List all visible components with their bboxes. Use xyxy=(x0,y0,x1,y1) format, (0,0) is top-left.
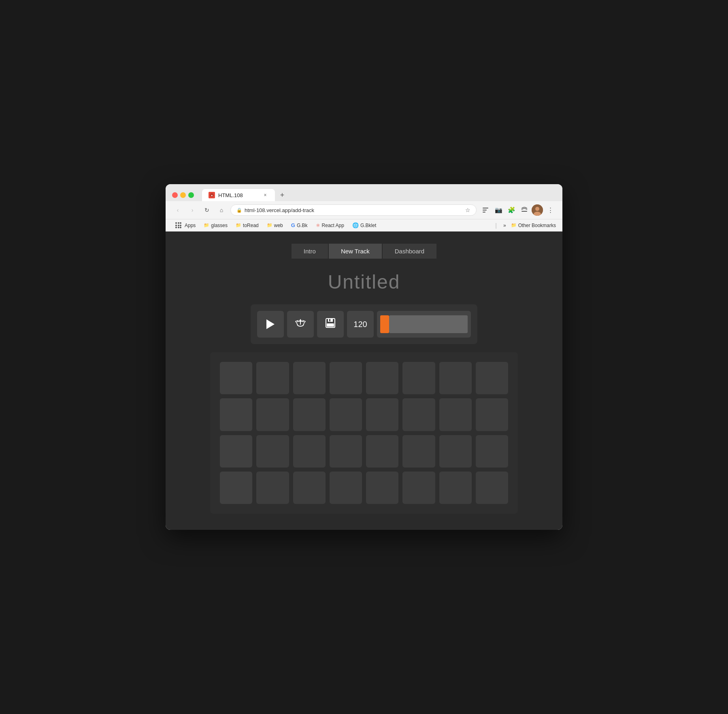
bookmark-web-label: web xyxy=(274,223,283,228)
pad-19[interactable] xyxy=(330,435,362,468)
svg-rect-5 xyxy=(522,211,527,212)
pad-2[interactable] xyxy=(293,362,326,394)
pad-25[interactable] xyxy=(256,472,289,504)
translate-button[interactable] xyxy=(480,204,491,216)
svg-text:●: ● xyxy=(211,194,213,197)
tab-dashboard[interactable]: Dashboard xyxy=(383,244,436,259)
pad-23[interactable] xyxy=(476,435,508,468)
tab-bar: ● HTML.108 × + xyxy=(202,189,556,201)
svg-rect-3 xyxy=(483,210,487,210)
bookmark-toread-label: toRead xyxy=(243,223,259,228)
new-tab-button[interactable]: + xyxy=(277,189,288,201)
pad-10[interactable] xyxy=(293,398,326,431)
bookmark-glasses[interactable]: 📁 glasses xyxy=(200,222,231,229)
bookmark-apps[interactable]: Apps xyxy=(172,221,199,229)
g-icon: G xyxy=(291,222,295,228)
lock-icon: 🔒 xyxy=(236,208,242,213)
react-icon: ⚛ xyxy=(316,223,320,228)
bookmarks-separator: | xyxy=(495,222,497,229)
browser-tab-active[interactable]: ● HTML.108 × xyxy=(202,189,275,201)
url-text: html-108.vercel.app/add-track xyxy=(245,207,314,213)
pad-6[interactable] xyxy=(439,362,472,394)
pad-29[interactable] xyxy=(402,472,435,504)
pad-20[interactable] xyxy=(366,435,398,468)
pad-8[interactable] xyxy=(220,398,252,431)
pad-13[interactable] xyxy=(402,398,435,431)
bookmark-glasses-label: glasses xyxy=(211,223,228,228)
svg-rect-11 xyxy=(329,319,330,321)
bookmark-apps-label: Apps xyxy=(185,223,196,228)
recycle-button[interactable] xyxy=(287,311,314,338)
address-bar[interactable]: 🔒 html-108.vercel.app/add-track ☆ xyxy=(230,204,477,216)
home-button[interactable]: ⌂ xyxy=(216,204,227,216)
more-bookmarks-btn[interactable]: » xyxy=(500,222,509,229)
pad-7[interactable] xyxy=(476,362,508,394)
pad-27[interactable] xyxy=(330,472,362,504)
apps-icon xyxy=(175,222,181,228)
volume-orange-indicator xyxy=(380,315,389,333)
pad-0[interactable] xyxy=(220,362,252,394)
minimize-button[interactable] xyxy=(180,192,186,198)
nav-tabs: Intro New Track Dashboard xyxy=(292,244,436,259)
pad-9[interactable] xyxy=(256,398,289,431)
pads-container xyxy=(210,352,518,514)
pad-12[interactable] xyxy=(366,398,398,431)
pad-4[interactable] xyxy=(366,362,398,394)
title-bar-top: ● HTML.108 × + xyxy=(172,189,556,201)
pad-30[interactable] xyxy=(439,472,472,504)
pad-15[interactable] xyxy=(476,398,508,431)
bookmark-toread[interactable]: 📁 toRead xyxy=(232,222,262,229)
pad-31[interactable] xyxy=(476,472,508,504)
bookmark-gbk[interactable]: G G.Bk xyxy=(288,221,311,229)
play-button[interactable] xyxy=(257,311,284,338)
bookmark-web[interactable]: 📁 web xyxy=(264,222,286,229)
bookmark-react-label: React App xyxy=(322,223,344,228)
forward-button[interactable]: › xyxy=(187,204,198,216)
maximize-button[interactable] xyxy=(188,192,194,198)
pad-26[interactable] xyxy=(293,472,326,504)
pad-21[interactable] xyxy=(402,435,435,468)
pad-28[interactable] xyxy=(366,472,398,504)
tempo-display: 120 xyxy=(347,311,374,338)
bookmark-react-app[interactable]: ⚛ React App xyxy=(313,222,347,229)
svg-rect-4 xyxy=(483,212,485,212)
pad-16[interactable] xyxy=(220,435,252,468)
menu-button[interactable]: ⋮ xyxy=(545,204,556,216)
pad-24[interactable] xyxy=(220,472,252,504)
extensions-button[interactable]: 🧩 xyxy=(506,204,517,216)
tab-title: HTML.108 xyxy=(218,192,259,198)
folder-icon-2: 📁 xyxy=(236,223,241,228)
bookmark-gbk-label: G.Bk xyxy=(297,223,308,228)
tab-close-button[interactable]: × xyxy=(262,192,268,198)
pad-1[interactable] xyxy=(256,362,289,394)
pad-14[interactable] xyxy=(439,398,472,431)
folder-icon-3: 📁 xyxy=(267,223,272,228)
address-actions: ☆ xyxy=(465,207,470,213)
pad-22[interactable] xyxy=(439,435,472,468)
close-button[interactable] xyxy=(172,192,178,198)
save-button[interactable] xyxy=(317,311,344,338)
page-content: Intro New Track Dashboard Untitled xyxy=(166,232,562,530)
recycle-icon xyxy=(295,317,306,331)
bookmark-gbklet[interactable]: 🌐 G.Bklet xyxy=(349,221,379,229)
tab-new-track[interactable]: New Track xyxy=(329,244,382,259)
pad-17[interactable] xyxy=(256,435,289,468)
more-bookmarks: | » 📁 Other Bookmarks xyxy=(494,222,556,229)
cast-button[interactable] xyxy=(519,204,530,216)
pad-11[interactable] xyxy=(330,398,362,431)
screenshot-button[interactable]: 📷 xyxy=(493,204,504,216)
pad-18[interactable] xyxy=(293,435,326,468)
volume-bar[interactable] xyxy=(377,311,471,338)
title-bar: ● HTML.108 × + xyxy=(166,184,562,201)
pad-3[interactable] xyxy=(330,362,362,394)
save-icon xyxy=(325,318,336,331)
pads-grid xyxy=(220,362,508,504)
svg-rect-12 xyxy=(327,323,334,327)
g-icon-2: 🌐 xyxy=(352,222,359,228)
star-icon[interactable]: ☆ xyxy=(465,207,470,213)
back-button[interactable]: ‹ xyxy=(172,204,183,216)
pad-5[interactable] xyxy=(402,362,435,394)
tab-intro[interactable]: Intro xyxy=(292,244,328,259)
refresh-button[interactable]: ↻ xyxy=(201,204,213,216)
user-avatar[interactable] xyxy=(532,204,543,216)
